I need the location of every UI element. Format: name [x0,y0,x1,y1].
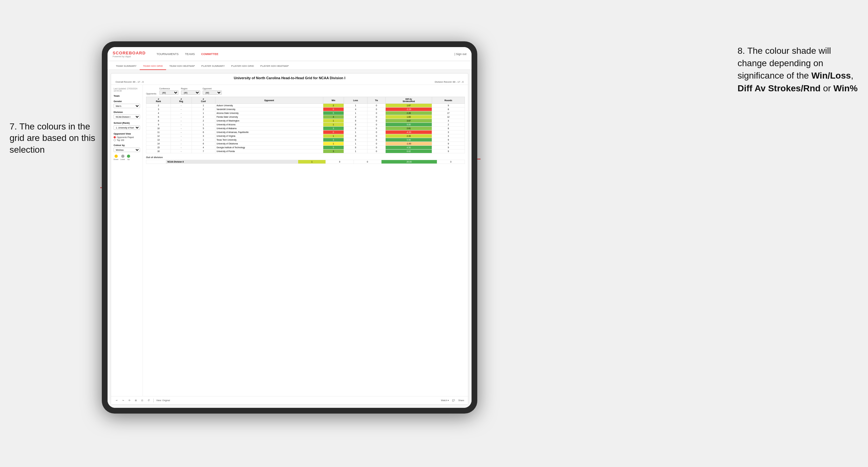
toolbar-clock[interactable]: ⏱ [147,399,151,402]
annotation-sep-2: or [823,83,834,93]
legend-up: Up [127,155,130,160]
colour-by-section: Colour by Win/loss [114,144,140,152]
logo-area: SCOREBOARD Powered by clippd [113,51,146,58]
cell-diff: 6.62 [385,150,432,153]
cell-rank: 8 [146,119,171,123]
toolbar-comment[interactable]: 💬 [452,399,455,402]
out-of-division-table: NCAA Division II 1 0 0 26.00 3 [146,160,465,164]
cell-rank: 4 [146,111,171,115]
cell-reg: - [171,107,192,111]
cell-rounds: 3 [432,134,465,138]
header-win: Win [323,97,344,104]
nav-links: TOURNAMENTS TEAMS COMMITTEE [157,53,218,56]
radio-opponents-played[interactable]: Opponents Played [114,136,140,138]
toolbar-watch[interactable]: Watch ▾ [441,399,449,402]
radio-label-top100: Top 100 [117,139,124,141]
toolbar-filter[interactable]: ⊡ [140,399,144,402]
cell-conf: 2 [191,107,215,111]
cell-loss: 1 [344,111,368,115]
gender-select[interactable]: Men's [114,104,140,108]
sub-nav-player-h2h-grid[interactable]: PLAYER H2H GRID [228,63,257,70]
out-of-division-section: Out of division NCAA Division II 1 0 0 [146,156,465,164]
cell-conf: 4 [191,146,215,150]
cell-opponent: University of Washington [215,119,323,123]
annotation-left-text: The colours in the grid are based on thi… [9,122,95,155]
toolbar-undo[interactable]: ↩ [115,399,119,402]
cell-reg: - [171,104,192,107]
table-row: 10 - 5 University of Alabama 3 0 0 2.61 … [146,127,465,130]
toolbar-share[interactable]: Share [458,399,464,402]
filter-region-select[interactable]: (All) [181,90,200,95]
filter-region-label: Region [181,88,200,90]
division-select[interactable]: NCAA Division I [114,115,140,119]
nav-committee[interactable]: COMMITTEE [201,53,218,56]
cell-rounds: 8 [432,127,465,130]
cell-rank: 2 [146,104,171,107]
cell-diff: -2.29 [385,107,432,111]
annotation-right: 8. The colour shade will change dependin… [738,44,859,94]
out-div-rounds: 3 [437,160,465,164]
radio-label-played: Opponents Played [117,136,134,138]
radio-top-100[interactable]: Top 100 [114,139,140,141]
nav-teams[interactable]: TEAMS [185,53,195,56]
cell-tie: 0 [368,127,385,130]
header-tie: Tie [368,97,385,104]
radio-dot-top100 [114,139,116,141]
toolbar-right: Watch ▾ 💬 Share [441,399,464,402]
cell-conf: 3 [191,134,215,138]
cell-loss: 0 [344,127,368,130]
cell-conf: 5 [191,127,215,130]
cell-reg: - [171,127,192,130]
cell-opponent: University of Florida [215,150,323,153]
cell-rounds: 9 [432,150,465,153]
card-title: University of North Carolina Head-to-Hea… [116,76,464,80]
cell-reg: - [171,119,192,123]
cell-tie: 0 [368,150,385,153]
header-rank: #Rank [146,97,171,104]
school-select[interactable]: 1. University of Nort... [114,125,140,130]
cell-rank: 9 [146,123,171,127]
cell-opponent: University of Oklahoma [215,142,323,146]
sub-nav-player-summary[interactable]: PLAYER SUMMARY [198,63,228,70]
cell-rounds: 17 [432,111,465,115]
filter-opponent-select[interactable]: (All) [203,90,222,95]
cell-rank: 11 [146,130,171,134]
cell-rounds: 9 [432,138,465,142]
sub-nav-team-h2h-heatmap[interactable]: TEAM H2H HEATMAP [166,63,198,70]
toolbar-refresh[interactable]: ⟳ [128,399,131,402]
cell-win: 5 [323,111,344,115]
school-label: School (Rank) [114,122,140,124]
cell-rank: 15 [146,146,171,150]
cell-reg: - [171,134,192,138]
sub-nav-player-h2h-heatmap[interactable]: PLAYER H2H HEATMAP [257,63,292,70]
cell-conf: 6 [191,142,215,146]
sub-nav-team-h2h-grid[interactable]: TEAM H2H GRID [140,63,166,70]
table-row: 8 - 2 University of Washington 1 0 0 3.6… [146,119,465,123]
toolbar-grid[interactable]: ⊞ [134,399,138,402]
toolbar-divider [153,399,154,402]
filter-conference-select[interactable]: (All) [159,90,179,95]
card-header: University of North Carolina Head-to-Hea… [111,73,468,85]
legend-level-label: Level [120,158,125,160]
cell-opponent: Texas Tech University [215,138,323,142]
cell-opponent: Vanderbilt University [215,107,323,111]
cell-loss: 4 [344,107,368,111]
cell-opponent: University of Arizona [215,123,323,127]
nav-sign-out[interactable]: | Sign out [454,53,466,56]
cell-win: 1 [323,142,344,146]
cell-win: 0 [323,107,344,111]
colour-by-select[interactable]: Win/loss [114,148,140,152]
cell-loss: 2 [344,115,368,119]
annotation-bold-1: Win/Loss [811,71,851,81]
team-label: Team [114,94,140,97]
cell-tie: 0 [368,107,385,111]
annotation-left: 7. The colours in the grid are based on … [9,121,99,156]
sub-nav-team-summary[interactable]: TEAM SUMMARY [113,63,140,70]
table-row: 9 - 1 University of Arizona 1 0 0 9.00 2 [146,123,465,127]
cell-conf: 1 [191,138,215,142]
out-div-division [146,160,166,164]
nav-tournaments[interactable]: TOURNAMENTS [157,53,179,56]
cell-diff: 5.56 [385,138,432,142]
annotation-sep-1: , [851,71,854,81]
toolbar-redo[interactable]: ↪ [121,399,125,402]
